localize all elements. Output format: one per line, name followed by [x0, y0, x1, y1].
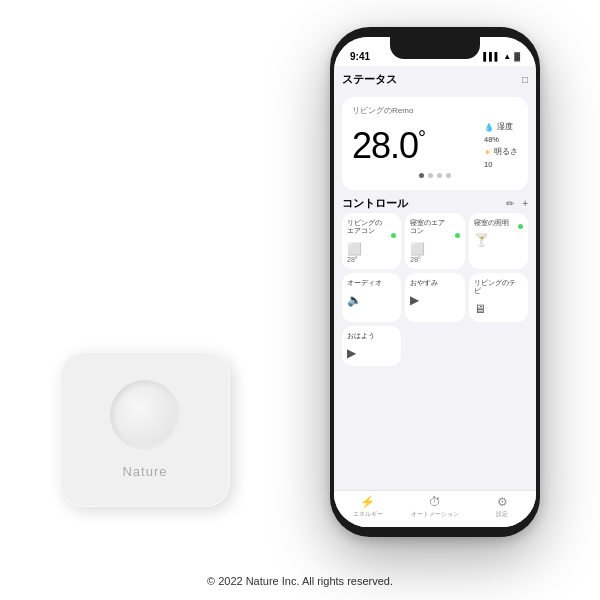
device-name: リビングのRemo: [352, 105, 518, 116]
signal-icon: ▌▌▌: [483, 52, 500, 61]
smartphone: 9:41 ▌▌▌ ▲ ▓ ステータス □ リビングのRemo: [330, 27, 540, 537]
control-header-living-ac: リビングのエアコン: [347, 219, 396, 240]
temp-unit: °: [418, 127, 425, 149]
controls-actions: ✏ +: [506, 198, 528, 209]
copyright-text: © 2022 Nature Inc. All rights reserved.: [207, 567, 393, 593]
dot-1: [419, 173, 424, 178]
bedroom-ac-temp: 28°: [410, 256, 421, 263]
page-dots: [352, 173, 518, 178]
humidity-label: 湿度: [497, 122, 513, 132]
status-icon: □: [522, 74, 528, 85]
settings-tab-label: 設定: [496, 510, 508, 519]
add-button[interactable]: +: [522, 198, 528, 209]
control-name-bedroom-ac: 寝室のエアコン: [410, 219, 445, 236]
screen-content: ステータス □ リビングのRemo 28.0° 💧 湿度: [334, 66, 536, 527]
oyasumi-icon: ▶: [410, 293, 419, 307]
tab-bar: ⚡ エネルギー ⏱ オートメーション ⚙ 設定: [334, 490, 536, 527]
temp-value: 28.0: [352, 125, 418, 166]
battery-icon: ▓: [514, 52, 520, 61]
device-circle: [110, 380, 180, 450]
control-header-bedroom-ac: 寝室のエアコン: [410, 219, 459, 240]
audio-icon: 🔈: [347, 293, 362, 307]
control-bedroom-light[interactable]: 寝室の照明 🍸: [469, 213, 528, 269]
light-row: ☀ 明るさ: [484, 147, 518, 157]
light-value-row: 10: [484, 160, 518, 169]
scene: Nature 9:41 ▌▌▌ ▲ ▓ ステータス □: [0, 7, 600, 567]
dot-4: [446, 173, 451, 178]
phone-notch: [390, 37, 480, 59]
dot-3: [437, 173, 442, 178]
status-time: 9:41: [350, 51, 370, 62]
control-name-living-ac: リビングのエアコン: [347, 219, 382, 236]
settings-tab-icon: ⚙: [497, 495, 508, 509]
living-ac-temp: 28°: [347, 256, 358, 263]
wifi-icon: ▲: [503, 52, 511, 61]
energy-tab-icon: ⚡: [360, 495, 375, 509]
device-brand-label: Nature: [122, 464, 167, 479]
controls-title: コントロール: [342, 196, 408, 211]
control-header-bedroom-light: 寝室の照明: [474, 219, 523, 231]
bedroom-ac-icon: ⬜: [410, 242, 425, 256]
ac-icon: ⬜: [347, 242, 362, 256]
controls-section-header: コントロール ✏ +: [342, 196, 528, 211]
status-card: リビングのRemo 28.0° 💧 湿度 48%: [342, 97, 528, 190]
control-living-ac[interactable]: リビングのエアコン ⬜ 28°: [342, 213, 401, 269]
tab-energy[interactable]: ⚡ エネルギー: [334, 495, 401, 519]
tv-icon: 🖥: [474, 302, 486, 316]
control-name-bedroom-light: 寝室の照明: [474, 219, 509, 227]
control-ohayo[interactable]: おはよう ▶: [342, 326, 401, 366]
active-dot-bedroom-ac: [455, 233, 460, 238]
phone-screen: 9:41 ▌▌▌ ▲ ▓ ステータス □ リビングのRemo: [334, 37, 536, 527]
humidity-icon: 💧: [484, 123, 494, 132]
status-icons: ▌▌▌ ▲ ▓: [483, 52, 520, 61]
ohayo-icon: ▶: [347, 346, 356, 360]
light-icon: ☀: [484, 148, 491, 157]
light-label: 明るさ: [494, 147, 518, 157]
automation-tab-label: オートメーション: [411, 510, 459, 519]
tab-automation[interactable]: ⏱ オートメーション: [401, 495, 468, 519]
light-value: 10: [484, 160, 492, 169]
active-dot-living-ac: [391, 233, 396, 238]
nature-remo-device: Nature: [60, 352, 230, 507]
status-section-header: ステータス □: [342, 72, 528, 87]
controls-grid: リビングのエアコン ⬜ 28° 寝室のエアコン ⬜ 28°: [342, 213, 528, 366]
humidity-row: 💧 湿度: [484, 122, 518, 132]
energy-tab-label: エネルギー: [353, 510, 383, 519]
control-living-tv[interactable]: リビングのテビ 🖥: [469, 273, 528, 322]
humidity-value-row: 48%: [484, 135, 518, 144]
automation-tab-icon: ⏱: [429, 495, 441, 509]
status-title: ステータス: [342, 72, 397, 87]
edit-button[interactable]: ✏: [506, 198, 514, 209]
weather-info: 💧 湿度 48% ☀ 明るさ 10: [484, 122, 518, 169]
temperature-display: 28.0°: [352, 125, 425, 167]
tab-settings[interactable]: ⚙ 設定: [469, 495, 536, 519]
active-dot-bedroom-light: [518, 224, 523, 229]
light-ctrl-icon: 🍸: [474, 233, 489, 247]
control-audio[interactable]: オーディオ 🔈: [342, 273, 401, 322]
dot-2: [428, 173, 433, 178]
control-name-oyasumi: おやすみ: [410, 279, 438, 287]
control-name-living-tv: リビングのテビ: [474, 279, 516, 296]
control-name-audio: オーディオ: [347, 279, 382, 287]
status-body: 28.0° 💧 湿度 48% ☀ 明: [352, 122, 518, 169]
control-oyasumi[interactable]: おやすみ ▶: [405, 273, 464, 322]
control-name-ohayo: おはよう: [347, 332, 375, 340]
humidity-value: 48%: [484, 135, 499, 144]
control-bedroom-ac[interactable]: 寝室のエアコン ⬜ 28°: [405, 213, 464, 269]
